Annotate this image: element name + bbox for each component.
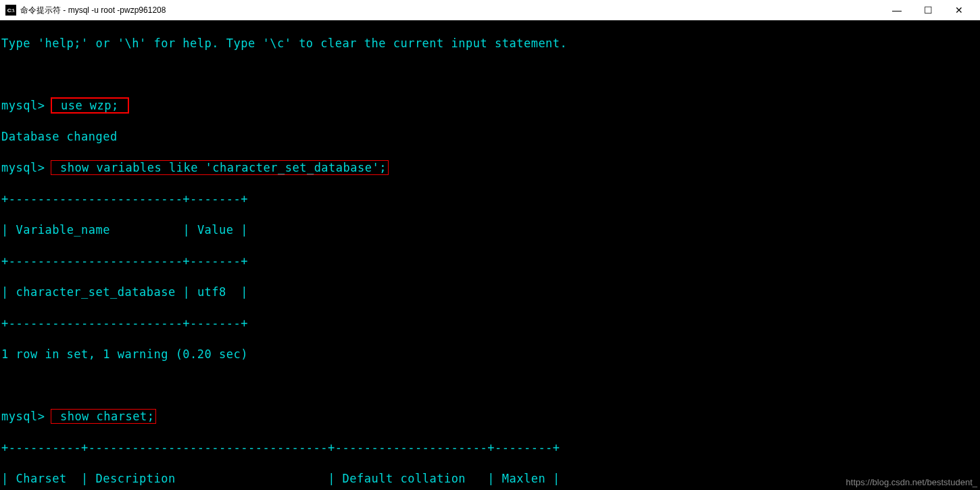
db-changed-line: Database changed — [0, 129, 980, 145]
highlighted-command-show-vars: show variables like 'character_set_datab… — [51, 160, 389, 175]
prompt-line-3: mysql> show charset; — [0, 409, 980, 424]
minimize-button[interactable]: — — [881, 0, 912, 20]
table-separator: +----------+----------------------------… — [0, 440, 980, 456]
highlighted-command-use: use wzp; — [51, 97, 128, 114]
header-variable-name: Variable_name — [9, 223, 183, 237]
prompt-line-1: mysql> use wzp; — [0, 98, 980, 114]
watermark-text: https://blog.csdn.net/beststudent_ — [846, 477, 977, 487]
header-description: Description — [89, 472, 328, 485]
mysql-prompt: mysql> — [1, 410, 45, 423]
row-info-line: 1 row in set, 1 warning (0.20 sec) — [0, 347, 980, 362]
help-line: Type 'help;' or '\h' for help. Type '\c'… — [0, 36, 980, 51]
header-collation: Default collation — [335, 472, 487, 485]
prompt-line-2: mysql> show variables like 'character_se… — [0, 160, 980, 176]
window-title: 命令提示符 - mysql -u root -pwzp961208 — [20, 5, 166, 16]
highlighted-command-show-charset: show charset; — [51, 409, 156, 424]
close-button[interactable]: ✕ — [944, 0, 975, 20]
cell-value: utf8 — [190, 285, 241, 299]
table-separator: +------------------------+-------+ — [0, 253, 980, 269]
maximize-button[interactable]: ☐ — [912, 0, 944, 20]
table-separator: +------------------------+-------+ — [0, 191, 980, 207]
table-separator: +------------------------+-------+ — [0, 316, 980, 331]
header-charset: Charset — [9, 472, 81, 485]
blank-line — [0, 67, 980, 82]
cell-variable-name: character_set_database — [9, 285, 183, 299]
mysql-prompt: mysql> — [1, 99, 45, 112]
header-value: Value — [190, 223, 241, 237]
charset-header-row: | Charset | Description | Default collat… — [0, 471, 980, 487]
table-row: | character_set_database | utf8 | — [0, 285, 980, 300]
window-titlebar: C:\ 命令提示符 - mysql -u root -pwzp961208 — … — [0, 0, 980, 20]
table-header-row: | Variable_name | Value | — [0, 222, 980, 238]
cmd-icon: C:\ — [5, 5, 16, 16]
header-maxlen: Maxlen — [495, 472, 553, 485]
mysql-prompt: mysql> — [1, 161, 45, 174]
terminal-output[interactable]: Type 'help;' or '\h' for help. Type '\c'… — [0, 20, 980, 490]
window-controls: — ☐ ✕ — [881, 0, 975, 20]
blank-line — [0, 378, 980, 393]
